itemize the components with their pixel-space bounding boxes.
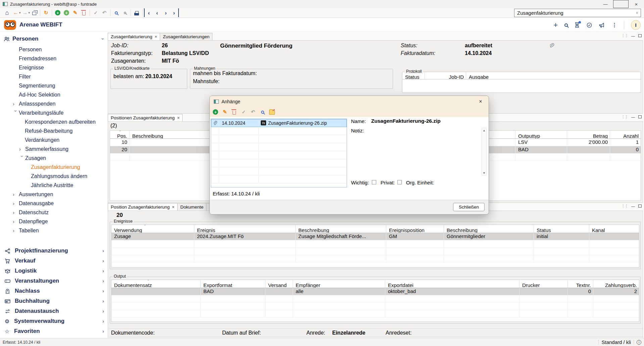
open-folder-icon[interactable] [268,108,276,116]
add-icon[interactable]: + [553,21,558,30]
col-drucker[interactable]: Drucker [519,280,568,288]
status-profile[interactable]: Standard / kli [601,339,631,345]
sidebar-item-datenschutz[interactable]: ›Datenschutz [0,208,107,217]
sidebar-section-buchhaltung[interactable]: Buchhaltung› [0,296,107,306]
announcements-icon[interactable] [599,22,605,28]
col-versand[interactable]: Versand [265,280,293,288]
sidebar-item-ereignisse[interactable]: Ereignisse [0,63,107,72]
table-row-selected[interactable]: BAD alle oktober_bad 0 2 [111,288,639,295]
sidebar-item-anlassspenden[interactable]: ›Anlassspenden [0,99,107,108]
sidebar-section-projektfinanzierung[interactable]: Projektfinanzierung› [0,246,107,256]
chevron-right-icon[interactable]: › [102,298,104,304]
chevron-right-icon[interactable]: › [19,145,25,154]
col-textnr[interactable]: Textnr. [568,280,593,288]
sidebar-section-logistik[interactable]: Logistik› [0,266,107,276]
col-empfaenger[interactable]: Empfänger [293,280,385,288]
protokoll-col-status[interactable]: ˆStatus [402,72,425,79]
panel-grip-icon[interactable]: ⋮⋮ [621,115,628,119]
chevron-down-icon[interactable]: › [101,38,106,40]
sidebar-item-personen[interactable]: Personen [0,45,107,54]
chevron-right-icon[interactable]: › [13,199,19,208]
undo-icon[interactable]: ↶ [100,8,109,17]
scroll-down-icon[interactable]: ▼ [483,171,486,175]
chevron-right-icon[interactable]: › [13,217,19,226]
search-small-icon[interactable] [120,8,129,17]
notiz-scrollbar[interactable]: ▲ ▼ [482,128,487,176]
delete-icon[interactable] [80,8,88,17]
panel-maximize-icon[interactable] [638,115,642,118]
tab-position-zusagenfakturierung[interactable]: Position Zusagenfakturierung × [108,203,178,211]
confirm-icon[interactable]: ✓ [91,8,100,17]
chevron-right-icon[interactable]: › [102,268,104,274]
col-verwendung[interactable]: ˆVerwendung [111,225,194,233]
sidebar-section-systemverwaltung[interactable]: ⚙ Systemverwaltung› [0,316,107,326]
sidebar-item-zusagenfakturierung[interactable]: Zusagenfakturierung [0,163,107,172]
chevron-right-icon[interactable]: › [102,288,104,294]
pending-jobs-icon[interactable] [575,22,580,28]
col-dokumentensatz[interactable]: ˆDokumentensatz [111,280,201,288]
chevron-right-icon[interactable]: › [13,208,19,217]
col-anzahl[interactable]: Anzahl [610,131,641,138]
kebab-menu-icon[interactable]: ⋮ [612,22,617,28]
col-betrag[interactable]: Betrag [567,131,610,138]
sidebar-item-tabellen[interactable]: ›Tabellen [0,226,107,235]
add-icon[interactable]: + [212,108,219,116]
chevron-right-icon[interactable]: › [102,319,104,324]
search-icon[interactable] [564,23,568,27]
sidebar-section-favoriten[interactable]: ☆ Favoriten› [0,326,107,336]
sidebar-item-refuse-bearbeitung[interactable]: Refusé-Bearbeitung [0,126,107,135]
last-record-icon[interactable]: › [170,8,179,17]
refresh-icon[interactable]: ↻ [42,8,50,17]
window-minimize-icon[interactable]: — [598,0,613,8]
quick-nav-combobox[interactable]: Zusagenfakturierung ˅ [514,9,641,17]
col-kanal[interactable]: Kanal [589,225,639,233]
notiz-textarea[interactable] [371,128,480,176]
info-icon[interactable]: i [637,340,641,345]
home-icon[interactable]: ⌂ [3,8,11,17]
panel-minimize-icon[interactable]: — [631,34,635,38]
next-record-icon[interactable]: › [161,8,170,17]
chevron-down-icon[interactable]: › [11,110,20,116]
chevron-right-icon[interactable]: › [102,308,104,314]
sidebar-item-verdankungen[interactable]: Verdankungen [0,135,107,145]
col-ereignis[interactable]: Ereignis [194,225,296,233]
sidebar-item-filter[interactable]: Filter [0,72,107,81]
search-icon[interactable] [112,8,120,17]
col-outputtyp[interactable]: Outputtyp [515,131,567,138]
col-pos[interactable]: ˆPos. [110,131,130,138]
chevron-down-icon[interactable]: › [18,156,27,162]
new-window-icon[interactable] [30,8,39,17]
chevron-right-icon[interactable]: › [102,258,104,264]
chevron-right-icon[interactable]: › [102,278,104,284]
privat-checkbox[interactable] [397,180,402,184]
delete-icon[interactable] [231,108,238,116]
tab-positionen-zusagenfakturierung[interactable]: Positionen Zusagenfakturierung × [108,114,183,121]
confirm-icon[interactable]: ✓ [240,108,247,116]
sidebar-item-zahlungsmodus-aendern[interactable]: Zahlungsmodus ändern [0,172,107,181]
col-ereignisposition[interactable]: Ereignisposition [386,225,444,233]
schliessen-button[interactable]: Schließen [453,203,485,211]
sidebar-item-korrespondenzen[interactable]: Korrespondenzen aufbereiten [0,117,107,126]
sidebar-section-veranstaltungen[interactable]: Veranstaltungen› [0,276,107,286]
sidebar-item-fremdadressen[interactable]: Fremdadressen [0,54,107,63]
sidebar-section-nachlass[interactable]: Nachlass› [0,286,107,296]
tab-close-icon[interactable]: × [177,115,180,120]
sidebar-item-adhoc-selektion[interactable]: Ad-Hoc Selektion [0,90,107,99]
add-copy-icon[interactable]: + [62,8,71,17]
table-row-selected[interactable]: Zusage 2024.Zusage.MIT Fö Zusage Mitglie… [111,233,639,240]
sidebar-item-segmentierung[interactable]: Segmentierung [0,81,107,90]
panel-grip-icon[interactable]: ⋮⋮ [621,34,628,38]
sidebar-item-datenpflege[interactable]: ›Datenpflege [0,217,107,226]
sidebar-section-personen[interactable]: Personen › [0,34,107,44]
tab-close-icon[interactable]: × [155,34,157,39]
scroll-up-icon[interactable]: ▲ [483,128,486,133]
protokoll-col-ausgabe[interactable]: Ausgabe [466,72,641,79]
chevron-right-icon[interactable]: › [13,99,19,108]
sidebar-item-jaehrliche-austritte[interactable]: Jährliche Austritte [0,181,107,190]
chevron-down-icon[interactable]: ˅ [636,11,638,15]
chevron-right-icon[interactable]: › [13,226,19,235]
tab-zusagenfakturierung[interactable]: Zusagenfakturierung × [108,33,160,40]
panel-maximize-icon[interactable] [638,205,642,208]
protokoll-col-jobid[interactable]: Job-ID [425,72,466,79]
chevron-right-icon[interactable]: › [102,329,104,334]
